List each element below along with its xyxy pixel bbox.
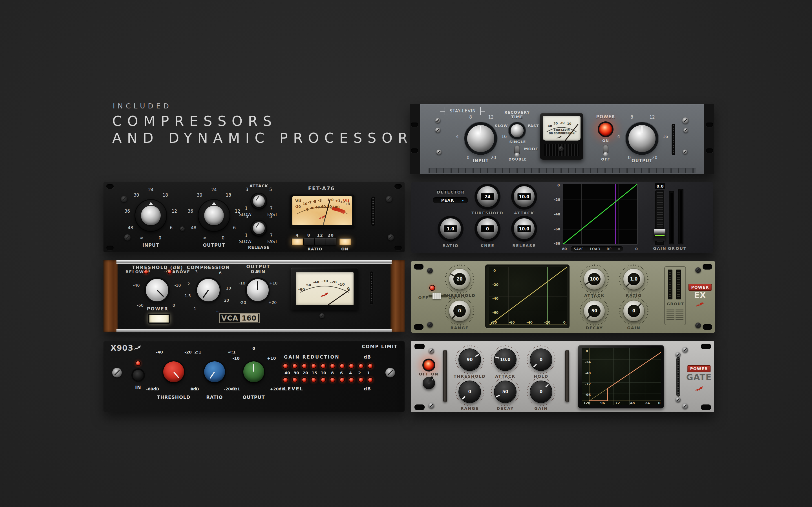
ratio-8-button[interactable]: [303, 238, 315, 245]
level-led: [283, 377, 288, 383]
in-led: [136, 361, 141, 366]
save-button[interactable]: SAVE: [574, 247, 583, 251]
decay-knob[interactable]: 50: [584, 300, 605, 321]
ratio-knob[interactable]: [204, 361, 225, 382]
knob-pointer-icon: [173, 372, 179, 378]
power-toggle[interactable]: [423, 377, 435, 389]
threshold-knob[interactable]: [146, 279, 168, 301]
scale-label: +3: [345, 202, 350, 206]
gain-reduction-label: GAIN REDUCTION: [284, 354, 340, 360]
scale-label: 36: [124, 209, 130, 214]
detector-label: DETECTOR: [437, 190, 465, 194]
input-knob[interactable]: [135, 200, 166, 231]
attack-knob[interactable]: 10.0: [514, 186, 535, 207]
rail-top: [116, 260, 392, 264]
knob-pointer-icon: [212, 202, 216, 205]
attack-knob[interactable]: [251, 193, 266, 209]
gain-knob[interactable]: 0: [623, 300, 644, 321]
scale-label: -30: [321, 279, 328, 283]
scale-label: -72: [614, 401, 620, 405]
scale-label: 0: [635, 247, 638, 251]
load-button[interactable]: LOAD: [590, 247, 601, 251]
release-label: RELEASE: [512, 243, 536, 248]
threshold-knob[interactable]: 20: [449, 269, 470, 290]
attack-knob[interactable]: 100: [584, 269, 605, 290]
rack-hole: [701, 404, 711, 410]
graph-ticks: 0-24-48-72-96-120-96-72-48-240: [582, 348, 661, 405]
on-button[interactable]: [339, 238, 351, 245]
input-knob-group: 812416020: [455, 113, 506, 164]
gain-fader[interactable]: [655, 190, 664, 245]
vent-icon: [666, 309, 674, 320]
threshold-knob[interactable]: 24: [477, 186, 498, 207]
recovery-time-knob[interactable]: [511, 124, 523, 137]
unit-title: X903: [110, 344, 133, 352]
scale-label: -80: [491, 321, 497, 325]
scale-label: 80: [327, 205, 332, 209]
scale-label: 0: [658, 401, 660, 405]
scale-label: -50: [137, 303, 144, 307]
scale-label: -3: [318, 199, 322, 203]
screw-icon: [319, 313, 324, 318]
ratio-knob[interactable]: 1.0: [623, 269, 644, 290]
screw-icon: [437, 150, 442, 155]
knee-knob[interactable]: 0: [477, 218, 498, 239]
scale-label: 7: [270, 233, 273, 238]
mode-toggle[interactable]: [514, 145, 520, 155]
output-knob[interactable]: [243, 361, 264, 382]
ratio-knob[interactable]: 1.0: [440, 218, 461, 239]
threshold-knob[interactable]: [163, 361, 184, 382]
gr-number-row: 403020151086421: [283, 371, 373, 375]
threshold-label: THRESHOLD: [157, 395, 191, 400]
scale-label: 4: [456, 134, 459, 139]
power-toggle[interactable]: [603, 145, 608, 155]
scale-label: 6: [219, 271, 221, 275]
range-value: 0: [459, 381, 480, 402]
slider-knob[interactable]: [433, 293, 441, 299]
rack-hole: [703, 264, 712, 270]
release-knob[interactable]: 10.0: [514, 218, 535, 239]
gate-name: GATE: [686, 372, 712, 382]
gain-knob[interactable]: 0: [530, 381, 552, 402]
knee-label: KNEE: [480, 243, 495, 248]
detector-dropdown[interactable]: PEAK: [433, 197, 468, 203]
ratio-12-button[interactable]: [315, 238, 326, 245]
power-button[interactable]: [148, 314, 170, 324]
compression-knob[interactable]: [197, 279, 220, 301]
scale-label: -40: [156, 350, 163, 354]
threshold-knob[interactable]: 90: [459, 349, 480, 371]
on-label: ON: [341, 247, 349, 251]
range-knob[interactable]: 0: [449, 300, 470, 321]
gain-fader-handle[interactable]: [654, 229, 665, 240]
scale-label: -20: [164, 269, 170, 273]
screw-icon: [427, 322, 433, 328]
decay-label: DECAY: [586, 326, 603, 330]
scale-label: 3: [246, 214, 248, 219]
graph-ticks: 0-20-40-60-80-60-40-200: [489, 267, 567, 325]
bypass-led: [618, 248, 620, 250]
release-knob[interactable]: [251, 221, 266, 236]
hold-knob[interactable]: 0: [530, 349, 552, 371]
output-knob[interactable]: [199, 200, 230, 231]
bypass-button[interactable]: BP: [607, 247, 612, 251]
in-button[interactable]: [133, 370, 144, 381]
output-knob[interactable]: [628, 125, 656, 152]
gr-led: [330, 363, 335, 369]
scale-label: 0: [557, 183, 560, 187]
input-knob[interactable]: [467, 125, 494, 152]
decay-knob[interactable]: 50: [495, 381, 516, 402]
gr-led: [358, 363, 364, 369]
scale-label: -60: [492, 311, 499, 315]
vu-meter-face: VU VU -20-10-7-5-3-10+1+2+3 020406080100: [292, 196, 352, 225]
decay-value: 50: [588, 305, 601, 317]
scale-label: 100: [333, 205, 340, 209]
output-gain-knob[interactable]: [247, 279, 269, 301]
range-knob[interactable]: 0: [459, 381, 480, 402]
scale-label: 16: [501, 134, 507, 139]
ratio-4-button[interactable]: [292, 238, 303, 245]
scale-label: 5: [269, 214, 272, 219]
scale-label: -60: [554, 227, 560, 231]
scale-label: -40: [526, 321, 532, 325]
ratio-20-button[interactable]: [326, 238, 336, 245]
attack-knob[interactable]: 10.0: [495, 349, 516, 371]
